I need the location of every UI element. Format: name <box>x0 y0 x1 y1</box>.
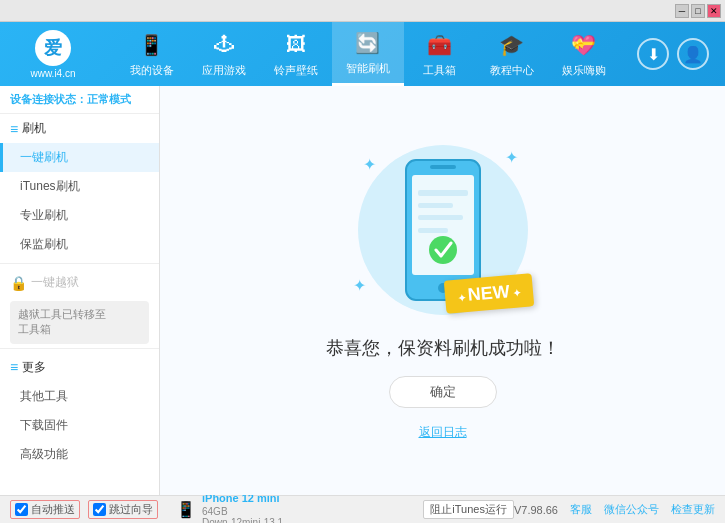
sparkle-top-left: ✦ <box>363 155 376 174</box>
flash-group-icon: ≡ <box>10 121 18 137</box>
back-link[interactable]: 返回日志 <box>419 424 467 441</box>
sidebar-download-firmware[interactable]: 下载固件 <box>0 411 159 440</box>
sparkle-bottom-left: ✦ <box>353 276 366 295</box>
more-group-icon: ≡ <box>10 359 18 375</box>
skip-guide-label: 跳过向导 <box>109 502 153 517</box>
svg-rect-3 <box>430 165 456 169</box>
smart-flash-label: 智能刷机 <box>346 61 390 76</box>
top-nav: 爱 www.i4.cn 📱 我的设备 🕹 应用游戏 🖼 铃声壁纸 🔄 智能刷机 … <box>0 22 725 86</box>
apps-games-icon: 🕹 <box>210 31 238 59</box>
my-device-icon: 📱 <box>138 31 166 59</box>
logo-icon: 爱 <box>35 30 71 66</box>
flash-group-header: ≡ 刷机 <box>0 114 159 143</box>
title-bar: ─ □ ✕ <box>0 0 725 22</box>
jailbreak-group-header: 🔒 一键越狱 <box>0 268 159 297</box>
my-device-label: 我的设备 <box>130 63 174 78</box>
more-group-header: ≡ 更多 <box>0 353 159 382</box>
wallpaper-icon: 🖼 <box>282 31 310 59</box>
nav-tutorials[interactable]: 🎓 教程中心 <box>476 22 548 86</box>
bottom-left: 自动推送 跳过向导 📱 iPhone 12 mini 64GB Down-12m… <box>10 491 423 523</box>
logo-area: 爱 www.i4.cn <box>8 30 98 79</box>
status-value: 正常模式 <box>87 93 131 105</box>
status-bar: 设备连接状态：正常模式 <box>0 86 159 114</box>
advanced-label: 高级功能 <box>20 447 68 461</box>
sidebar-itunes-flash[interactable]: iTunes刷机 <box>0 172 159 201</box>
main-container: 设备连接状态：正常模式 ≡ 刷机 一键刷机 iTunes刷机 专业刷机 保监刷机 <box>0 86 725 495</box>
title-bar-buttons: ─ □ ✕ <box>675 4 721 18</box>
svg-rect-4 <box>418 190 468 196</box>
flash-section: ≡ 刷机 一键刷机 iTunes刷机 专业刷机 保监刷机 <box>0 114 159 259</box>
check-update-link[interactable]: 检查更新 <box>671 502 715 517</box>
svg-point-8 <box>429 236 457 264</box>
other-tools-label: 其他工具 <box>20 389 68 403</box>
wechat-link[interactable]: 微信公众号 <box>604 502 659 517</box>
bottom-bar: 自动推送 跳过向导 📱 iPhone 12 mini 64GB Down-12m… <box>0 495 725 523</box>
phone-illustration: ✦ ✦ ✦ <box>343 140 543 320</box>
success-panel: ✦ ✦ ✦ <box>326 140 560 441</box>
more-group-label: 更多 <box>22 359 46 376</box>
nav-right: ⬇ 👤 <box>637 38 717 70</box>
tutorials-icon: 🎓 <box>498 31 526 59</box>
status-label: 设备连接状态： <box>10 93 87 105</box>
device-details: iPhone 12 mini 64GB Down-12mini-13,1 <box>202 491 283 523</box>
content-area: ✦ ✦ ✦ <box>160 86 725 495</box>
jailbreak-section: 🔒 一键越狱 越狱工具已转移至工具箱 <box>0 268 159 344</box>
save-flash-label: 保监刷机 <box>20 237 68 251</box>
svg-rect-6 <box>418 215 463 220</box>
nav-apps-games[interactable]: 🕹 应用游戏 <box>188 22 260 86</box>
sidebar: 设备连接状态：正常模式 ≡ 刷机 一键刷机 iTunes刷机 专业刷机 保监刷机 <box>0 86 160 495</box>
store-label: 娱乐嗨购 <box>562 63 606 78</box>
apps-games-label: 应用游戏 <box>202 63 246 78</box>
success-text: 恭喜您，保资料刷机成功啦！ <box>326 336 560 360</box>
nav-smart-flash[interactable]: 🔄 智能刷机 <box>332 22 404 86</box>
sidebar-advanced[interactable]: 高级功能 <box>0 440 159 469</box>
sparkle-top-right: ✦ <box>505 148 518 167</box>
nav-items: 📱 我的设备 🕹 应用游戏 🖼 铃声壁纸 🔄 智能刷机 🧰 工具箱 🎓 教程中心… <box>98 22 637 86</box>
new-badge: NEW <box>444 273 534 314</box>
sidebar-other-tools[interactable]: 其他工具 <box>0 382 159 411</box>
more-section: ≡ 更多 其他工具 下载固件 高级功能 <box>0 353 159 469</box>
smart-flash-icon: 🔄 <box>354 29 382 57</box>
skip-guide-checkbox[interactable]: 跳过向导 <box>88 500 158 519</box>
stop-itunes-button[interactable]: 阻止iTunes运行 <box>423 500 514 519</box>
nav-wallpaper[interactable]: 🖼 铃声壁纸 <box>260 22 332 86</box>
nav-store[interactable]: 💝 娱乐嗨购 <box>548 22 620 86</box>
auto-send-input[interactable] <box>15 503 28 516</box>
toolbox-icon: 🧰 <box>426 31 454 59</box>
auto-send-checkbox[interactable]: 自动推送 <box>10 500 80 519</box>
toolbox-label: 工具箱 <box>423 63 456 78</box>
version-label: V7.98.66 <box>514 504 558 516</box>
jailbreak-lock-icon: 🔒 <box>10 275 27 291</box>
download-button[interactable]: ⬇ <box>637 38 669 70</box>
sidebar-save-flash[interactable]: 保监刷机 <box>0 230 159 259</box>
device-firmware: Down-12mini-13,1 <box>202 517 283 523</box>
sidebar-pro-flash[interactable]: 专业刷机 <box>0 201 159 230</box>
confirm-button[interactable]: 确定 <box>389 376 497 408</box>
device-icon: 📱 <box>176 500 196 519</box>
bottom-right: V7.98.66 客服 微信公众号 检查更新 <box>514 502 715 517</box>
jailbreak-group-label: 一键越狱 <box>31 274 79 291</box>
tutorials-label: 教程中心 <box>490 63 534 78</box>
nav-toolbox[interactable]: 🧰 工具箱 <box>404 22 476 86</box>
svg-rect-7 <box>418 228 448 233</box>
svg-rect-5 <box>418 203 453 208</box>
pro-flash-label: 专业刷机 <box>20 208 68 222</box>
user-button[interactable]: 👤 <box>677 38 709 70</box>
nav-my-device[interactable]: 📱 我的设备 <box>116 22 188 86</box>
minimize-button[interactable]: ─ <box>675 4 689 18</box>
flash-group-label: 刷机 <box>22 120 46 137</box>
download-firmware-label: 下载固件 <box>20 418 68 432</box>
logo-text: www.i4.cn <box>30 68 75 79</box>
device-storage: 64GB <box>202 506 283 517</box>
auto-send-label: 自动推送 <box>31 502 75 517</box>
skip-guide-input[interactable] <box>93 503 106 516</box>
itunes-flash-label: iTunes刷机 <box>20 179 80 193</box>
one-key-flash-label: 一键刷机 <box>20 150 68 164</box>
maximize-button[interactable]: □ <box>691 4 705 18</box>
divider-2 <box>0 348 159 349</box>
close-button[interactable]: ✕ <box>707 4 721 18</box>
store-icon: 💝 <box>570 31 598 59</box>
sidebar-one-key-flash[interactable]: 一键刷机 <box>0 143 159 172</box>
customer-service-link[interactable]: 客服 <box>570 502 592 517</box>
device-info: 📱 iPhone 12 mini 64GB Down-12mini-13,1 <box>176 491 283 523</box>
